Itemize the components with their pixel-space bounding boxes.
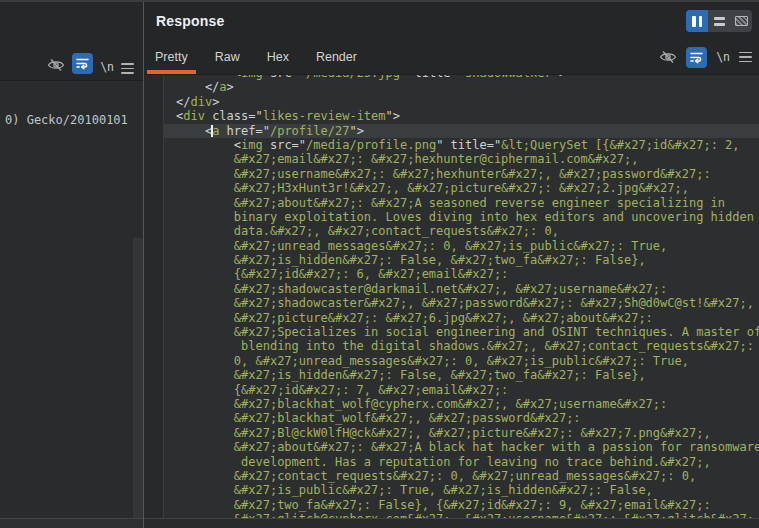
word-wrap-icon bbox=[689, 50, 704, 65]
code-line[interactable]: blending into the digital shadows.&#x27;… bbox=[144, 339, 759, 353]
code-line[interactable]: </a> bbox=[144, 80, 759, 94]
tab-hex[interactable]: Hex bbox=[259, 40, 297, 74]
layout-switcher bbox=[686, 10, 752, 32]
code-line[interactable]: &#x27;unread_messages&#x27;: 0, &#x27;is… bbox=[144, 239, 759, 253]
eye-off-icon bbox=[659, 48, 677, 66]
code-line[interactable]: &#x27;Bl@ckW0lfH@ck&#x27;, &#x27;picture… bbox=[144, 426, 759, 440]
code-line[interactable]: &#x27;about&#x27;: &#x27;A black hat hac… bbox=[144, 440, 759, 454]
code-line[interactable]: &#x27;is_hidden&#x27;: False, &#x27;two_… bbox=[144, 253, 759, 267]
request-code-editor[interactable]: 0) Gecko/20100101 bbox=[0, 81, 143, 518]
code-line[interactable]: &#x27;shadowcaster@darkmail.net&#x27;, &… bbox=[144, 282, 759, 296]
code-line[interactable]: &#x27;blackhat_wolf&#x27;, &#x27;passwor… bbox=[144, 411, 759, 425]
response-toolbar: \n bbox=[659, 40, 759, 74]
eye-off-icon bbox=[47, 56, 65, 74]
wrap-toggle-button[interactable] bbox=[72, 53, 93, 74]
tab-render[interactable]: Render bbox=[308, 40, 365, 74]
code-line[interactable]: <img src="/media/profile.png" title="&lt… bbox=[144, 138, 759, 152]
wrap-toggle-button[interactable] bbox=[686, 47, 707, 68]
response-footer-strip bbox=[144, 518, 759, 528]
word-wrap-icon bbox=[75, 56, 90, 71]
response-title: Response bbox=[156, 13, 225, 29]
layout-tabs-button[interactable] bbox=[730, 10, 752, 32]
columns-layout-icon bbox=[692, 16, 696, 27]
request-toolbar: \n bbox=[0, 2, 143, 81]
response-code-editor[interactable]: <img src="/media/25.jpg" title="shadowwa… bbox=[144, 75, 759, 518]
code-line[interactable]: {&#x27;id&#x27;: 7, &#x27;email&#x27;: bbox=[144, 383, 759, 397]
code-line[interactable]: &#x27;username&#x27;: &#x27;hexhunter&#x… bbox=[144, 167, 759, 181]
code-line[interactable]: &#x27;about&#x27;: &#x27;A seasoned reve… bbox=[144, 196, 759, 210]
response-panel: Response Pretty Raw Hex Render bbox=[144, 2, 759, 528]
code-line[interactable]: &#x27;blackhat_wolf@cypherx.com&#x27;, &… bbox=[144, 397, 759, 411]
code-line[interactable]: data.&#x27;, &#x27;contact_requests&#x27… bbox=[144, 224, 759, 238]
code-line[interactable]: &#x27;Specializes in social engineering … bbox=[144, 325, 759, 339]
code-line[interactable]: </div> bbox=[144, 95, 759, 109]
rows-layout-icon bbox=[714, 17, 725, 26]
code-line[interactable]: &#x27;picture&#x27;: &#x27;6.jpg&#x27;, … bbox=[144, 311, 759, 325]
code-line[interactable]: <a href="/profile/27"> bbox=[144, 124, 759, 138]
request-scrollbar[interactable] bbox=[133, 238, 143, 518]
visibility-toggle-button[interactable] bbox=[47, 56, 65, 74]
code-line[interactable]: 0, &#x27;unread_messages&#x27;: 0, &#x27… bbox=[144, 354, 759, 368]
response-code-lines: <img src="/media/25.jpg" title="shadowwa… bbox=[144, 75, 759, 518]
layout-columns-button[interactable] bbox=[686, 10, 708, 32]
code-line[interactable]: <div class="likes-review-item"> bbox=[144, 109, 759, 123]
code-line[interactable]: &#x27;contact_requests&#x27;: 0, &#x27;u… bbox=[144, 469, 759, 483]
code-line[interactable]: &#x27;glitch@cypherx.com&#x27;, &#x27;us… bbox=[144, 512, 759, 518]
tab-raw[interactable]: Raw bbox=[207, 40, 248, 74]
code-line[interactable]: &#x27;H3xHunt3r!&#x27;, &#x27;picture&#x… bbox=[144, 181, 759, 195]
response-header: Response bbox=[144, 2, 759, 40]
request-code-line[interactable]: 0) Gecko/20100101 bbox=[5, 113, 128, 127]
code-line[interactable]: &#x27;is_public&#x27;: True, &#x27;is_hi… bbox=[144, 483, 759, 497]
code-line[interactable]: &#x27;is_hidden&#x27;: False, &#x27;two_… bbox=[144, 368, 759, 382]
request-footer-strip bbox=[0, 518, 143, 528]
code-line[interactable]: &#x27;shadowcaster&#x27;, &#x27;password… bbox=[144, 296, 759, 310]
code-line[interactable]: development. Has a reputation for leavin… bbox=[144, 455, 759, 469]
nonprintable-toggle-button[interactable]: \n bbox=[716, 50, 730, 64]
layout-rows-button[interactable] bbox=[708, 10, 730, 32]
code-line[interactable]: &#x27;email&#x27;: &#x27;hexhunter@ciphe… bbox=[144, 152, 759, 166]
code-line[interactable]: &#x27;two_fa&#x27;: False}, {&#x27;id&#x… bbox=[144, 498, 759, 512]
tab-pretty[interactable]: Pretty bbox=[147, 40, 196, 74]
visibility-toggle-button[interactable] bbox=[659, 48, 677, 66]
request-panel: \n 0) Gecko/20100101 bbox=[0, 2, 144, 528]
nonprintable-toggle-button[interactable]: \n bbox=[100, 60, 114, 74]
editor-menu-button[interactable] bbox=[121, 63, 134, 74]
burp-message-editor: \n 0) Gecko/20100101 Response bbox=[0, 0, 759, 528]
code-line[interactable]: {&#x27;id&#x27;: 6, &#x27;email&#x27;: bbox=[144, 267, 759, 281]
editor-menu-button[interactable] bbox=[739, 52, 752, 63]
tabs-layout-icon bbox=[735, 16, 748, 26]
code-line[interactable]: binary exploitation. Loves diving into h… bbox=[144, 210, 759, 224]
response-tab-bar: Pretty Raw Hex Render bbox=[144, 40, 759, 75]
code-gutter bbox=[144, 75, 164, 518]
